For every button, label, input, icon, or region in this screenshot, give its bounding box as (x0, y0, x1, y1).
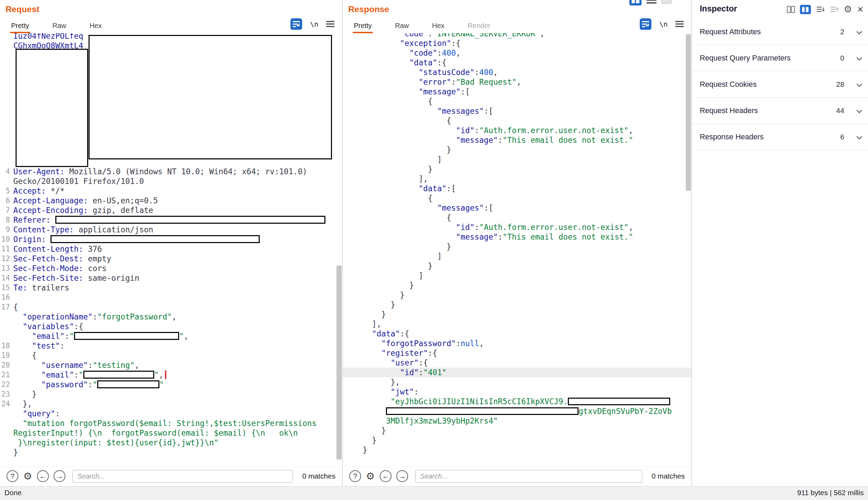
code-row: 3MDlfjx3mzwL39ybHp2Krs4" (343, 416, 692, 426)
redaction-box (50, 235, 260, 243)
line-number: 13 (0, 263, 13, 273)
code-row: 21 "email":"", (0, 370, 342, 380)
columns-view-icon[interactable] (787, 6, 795, 13)
word-wrap-icon[interactable] (640, 18, 652, 30)
request-editor[interactable]: Iuz04fNezPOLfeqCGhxmOoQ8WXmtL44User-Agen… (0, 33, 342, 466)
line-number (0, 80, 13, 89)
line-number (0, 128, 13, 138)
collapse-all-icon[interactable] (830, 6, 839, 13)
code-row: "messages":[ (343, 106, 692, 116)
code-row: "data":{ (343, 329, 692, 339)
line-number: 14 (0, 273, 13, 283)
chevron-down-icon[interactable] (856, 53, 862, 63)
gear-icon[interactable]: ⚙ (23, 470, 32, 482)
line-number: 20 (0, 360, 13, 370)
code-row: "variables":{ (0, 322, 342, 331)
code-row: "id":"Auth.form.error.user.not-exist", (343, 222, 692, 232)
search-input[interactable] (415, 470, 642, 483)
line-number (0, 89, 13, 99)
columns-view-active-icon[interactable] (800, 5, 811, 14)
tab-raw[interactable]: Raw (394, 22, 410, 33)
vertical-scrollbar[interactable] (336, 266, 341, 459)
tab-pretty[interactable]: Pretty (10, 22, 30, 33)
code-row: 15Te: trailers (0, 283, 342, 293)
response-tabs: PrettyRawHexRender (353, 22, 491, 33)
response-editor[interactable]: "code":"INTERNAL_SERVER_ERROR", "excepti… (343, 33, 692, 466)
code-row: Gecko/20100101 Firefox/101.0 (0, 176, 342, 186)
inspector-section-request-query-parameters[interactable]: Request Query Parameters0 (692, 45, 868, 71)
inspector-section-request-cookies[interactable]: Request Cookies28 (692, 71, 868, 98)
editor-menu-icon[interactable] (675, 20, 684, 28)
word-wrap-icon[interactable] (290, 18, 302, 30)
tab-pretty[interactable]: Pretty (353, 22, 373, 33)
layout-menu-icon[interactable] (646, 0, 657, 7)
code-row: "jwt": (343, 387, 692, 397)
tab-raw[interactable]: Raw (51, 22, 67, 33)
code-row: } (343, 145, 692, 155)
gear-icon[interactable]: ⚙ (844, 4, 852, 15)
chevron-down-icon[interactable] (856, 132, 862, 142)
response-pane-header: Response PrettyRawHexRender \n (343, 0, 692, 33)
inspector-section-response-headers[interactable]: Response Headers6 (692, 124, 868, 150)
request-tabs: PrettyRawHex (10, 22, 103, 33)
code-row: { (343, 213, 692, 222)
layout-columns-icon[interactable] (629, 0, 641, 8)
code-row: } (343, 445, 692, 455)
chevron-down-icon[interactable] (856, 27, 862, 37)
line-number (0, 157, 13, 167)
editor-menu-icon[interactable] (326, 20, 334, 28)
line-number (0, 428, 13, 438)
code-row: "id":"401" (343, 368, 692, 377)
line-number (0, 312, 13, 322)
code-row: "code":400, (343, 48, 692, 58)
code-row: 19 { (0, 351, 342, 360)
prev-match-button[interactable]: ← (380, 470, 391, 482)
line-number (0, 447, 13, 457)
code-row: "operationName":"forgotPassword", (0, 312, 342, 322)
expand-all-icon[interactable] (816, 6, 825, 13)
code-row: } (343, 280, 692, 290)
chevron-down-icon[interactable] (856, 80, 862, 90)
response-code: "code":"INTERNAL_SERVER_ERROR", "excepti… (343, 33, 692, 455)
line-number (0, 33, 13, 41)
tab-hex[interactable]: Hex (431, 22, 445, 33)
vertical-scrollbar[interactable] (686, 34, 691, 191)
section-label: Request Headers (700, 106, 758, 115)
close-icon[interactable]: ✕ (857, 5, 864, 14)
inspector-title: Inspector (700, 4, 737, 13)
code-row: "query": (0, 409, 342, 418)
code-row: 24 }, (0, 399, 342, 409)
section-label: Response Headers (700, 132, 764, 141)
line-number: 19 (0, 351, 13, 360)
inspector-section-request-headers[interactable]: Request Headers44 (692, 98, 868, 124)
code-row: "register":{ (343, 348, 692, 358)
response-title: Response (348, 4, 389, 14)
layout-single-icon[interactable] (662, 0, 672, 6)
prev-match-button[interactable]: ← (37, 470, 49, 482)
request-title: Request (6, 4, 39, 14)
code-row: "id":"Auth.form.error.user.not-exist", (343, 126, 692, 135)
newline-toggle-button[interactable]: \n (659, 20, 667, 28)
gear-icon[interactable]: ⚙ (366, 470, 375, 482)
help-icon[interactable]: ? (349, 470, 361, 482)
tab-render[interactable]: Render (467, 22, 491, 33)
code-row: 23 } (0, 389, 342, 399)
section-count-badge: 28 (836, 80, 844, 89)
inspector-section-request-attributes[interactable]: Request Attributes2 (692, 19, 868, 45)
chevron-down-icon[interactable] (856, 106, 862, 116)
code-row: "message":[ (343, 87, 692, 96)
code-row: 22 "password":"" (0, 380, 342, 389)
next-match-button[interactable]: → (54, 470, 65, 482)
line-number (0, 438, 13, 447)
code-row: RegisterInput!) {\n forgotPassword(email… (0, 428, 342, 438)
line-number (0, 60, 13, 70)
next-match-button[interactable]: → (396, 470, 408, 482)
code-row: 6Accept-Language: en-US,en;q=0.5 (0, 196, 342, 205)
newline-toggle-button[interactable]: \n (310, 20, 318, 28)
line-number (0, 50, 13, 60)
code-row: { (343, 193, 692, 203)
help-icon[interactable]: ? (7, 470, 18, 482)
tab-hex[interactable]: Hex (88, 22, 103, 33)
search-input[interactable] (73, 470, 293, 483)
code-row: "forgotPassword":null, (343, 339, 692, 348)
